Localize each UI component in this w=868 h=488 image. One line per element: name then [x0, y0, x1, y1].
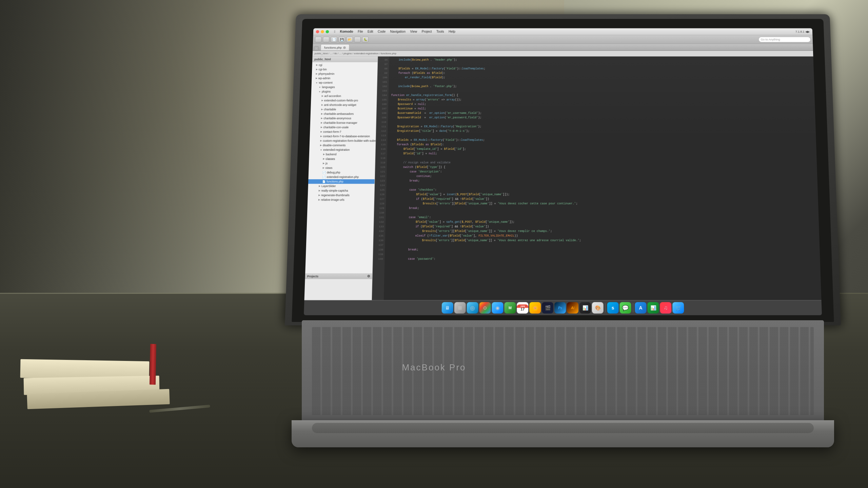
macbook-pro-label: MacBook Pro — [402, 362, 466, 373]
projects-settings-icon[interactable]: ⚙ — [367, 274, 370, 278]
code-line: continue; — [389, 174, 815, 179]
tree-item-cgi[interactable]: cgi — [312, 63, 377, 67]
toolbar-back[interactable]: ◀ — [315, 37, 322, 42]
screen-bezel:  Komodo File Edit Code Navigation View … — [292, 19, 834, 322]
tree-item-js[interactable]: js — [309, 161, 375, 165]
projects-panel: Projects ⚙ — [304, 273, 372, 300]
dock-illustrator-icon[interactable]: Ai — [567, 302, 578, 313]
dock-finder-icon[interactable]: 🖥 — [442, 302, 453, 313]
menu-help[interactable]: Help — [447, 30, 457, 33]
dock-imessage-icon[interactable]: 💬 — [619, 302, 631, 313]
tree-item-charitable-anon[interactable]: charitable-anonymous — [310, 116, 376, 121]
tree-item-extended-reg[interactable]: extended-registration — [309, 147, 375, 152]
tree-item-languages[interactable]: languages — [311, 85, 377, 89]
code-line: elseif (!filter_var($field['value'], FIL… — [388, 233, 817, 238]
menu-edit[interactable]: Edit — [366, 30, 375, 33]
dock-itunes-icon[interactable]: ♫ — [660, 302, 671, 313]
tree-item-ecf[interactable]: extended-custom-fields-pro — [311, 98, 377, 103]
code-line: $field['template_id'] = $field['id']; — [390, 147, 814, 151]
close-button[interactable] — [316, 30, 319, 33]
toolbar-new[interactable]: 📄 — [331, 37, 337, 42]
code-line: include($view_path . 'footer.php'); — [391, 84, 812, 89]
dock-imovie-icon[interactable]: 🎬 — [542, 302, 553, 313]
tree-item-layerslider[interactable]: LayerSlider — [308, 184, 375, 188]
laptop-keyboard — [302, 320, 824, 422]
tree-item-relative[interactable]: relative-image-urls — [308, 198, 374, 202]
dock-maps-icon[interactable]: M — [504, 302, 516, 313]
go-to-anything-search[interactable]: Go to Anything — [758, 37, 811, 42]
code-line: $fields = ER_Model::factory('Field')::lo… — [392, 66, 811, 71]
active-tab[interactable]: functions.php — [320, 44, 349, 51]
tree-item-ext-reg-php[interactable]: 📄extended-registration.php — [308, 175, 375, 179]
tree-item-custom-reg[interactable]: custom-registration-form-builder-with-su… — [310, 139, 376, 143]
tree-item-phpmyadmin[interactable]: phpmyadmin — [312, 72, 377, 76]
toolbar-open[interactable]: 📂 — [346, 37, 353, 42]
menu-apple[interactable]:  — [332, 30, 337, 33]
tree-item-cf7[interactable]: contact-form-7 — [310, 129, 376, 134]
menu-view[interactable]: View — [408, 30, 419, 33]
new-tab-button[interactable]: + — [314, 46, 319, 50]
code-line: function er_handle_registration_form() { — [391, 93, 812, 98]
tree-item-cgibin[interactable]: cgi-bin — [312, 67, 377, 72]
dock-iphoto-icon[interactable]: 🌼 — [529, 302, 541, 313]
toolbar-run[interactable]: ▶ — [354, 37, 361, 42]
dock-appstore-icon[interactable]: A — [635, 302, 646, 313]
tree-item-wpadmin[interactable]: wp-admin — [312, 76, 377, 80]
code-line: $field['value'] = safe_get($_POST, $fiel… — [388, 220, 816, 225]
code-content[interactable]: include($view_path . 'header.php'); $fie… — [384, 57, 822, 300]
menu-bar:  Komodo File Edit Code Navigation View … — [313, 28, 813, 35]
tree-item-cf7db[interactable]: contact-form-7-to-database-extension — [310, 134, 376, 139]
tree-item-classes[interactable]: classes — [309, 157, 375, 161]
traffic-lights — [316, 30, 329, 33]
toolbar-save[interactable]: 💾 — [338, 37, 345, 42]
menu-tools[interactable]: Tools — [434, 30, 446, 33]
dock-safari-icon[interactable]: ◎ — [467, 302, 478, 313]
dock-colorpicker-icon[interactable]: 🎨 — [592, 302, 604, 313]
dock-calendar-icon[interactable]: JAN17 — [517, 302, 528, 313]
tree-item-charitable-amb[interactable]: charitable-ambassadors — [311, 111, 376, 116]
menu-komodo[interactable]: Komodo — [338, 30, 355, 33]
dock-numbers-icon[interactable]: 📊 — [647, 302, 659, 313]
breadcrumb-bar: public_html / ... / lib / ... / plugins … — [313, 51, 813, 57]
tree-item-charitable-lic[interactable]: charitable-license-manager — [310, 121, 376, 125]
tree-item-anti[interactable]: anti-shortcode-any-widget — [311, 103, 377, 107]
minimize-button[interactable] — [321, 30, 324, 33]
dock-photoshop-icon[interactable]: Ps — [554, 302, 566, 313]
code-line — [391, 89, 812, 93]
dock-istatmenus-icon[interactable]: 📊 — [579, 302, 591, 313]
code-line: $usernameField = er_option('er_username_… — [391, 111, 812, 115]
tab-close-button[interactable] — [343, 46, 346, 49]
tree-item-regen[interactable]: regenerate-thumbnails — [308, 193, 374, 197]
macos-dock: 🖥 ⊞ ◎ ⊙ ◉ M JAN17 🌼 🎬 Ps Ai 📊 🎨 — [304, 300, 822, 316]
tree-item-disable[interactable]: disable-comments — [310, 143, 376, 147]
tree-item-views[interactable]: views — [309, 166, 375, 170]
dock-appstore2-icon[interactable]: 🛒 — [672, 302, 684, 313]
tree-item-functions[interactable]: 📄functions.php — [308, 179, 375, 184]
dock-chrome-icon[interactable]: ⊙ — [479, 302, 491, 313]
tree-item-plugins[interactable]: plugins — [311, 89, 377, 94]
file-tree-content[interactable]: cgi cgi-bin phpmyadmin wp-admin wp-conte… — [305, 62, 377, 273]
dock-launchpad-icon[interactable]: ⊞ — [454, 302, 466, 313]
menu-file[interactable]: File — [356, 30, 365, 33]
code-line: $results['errors'][$field['unique_name']… — [388, 238, 817, 243]
toolbar-debug[interactable]: 🐛 — [362, 37, 369, 42]
dock-safari2-icon[interactable]: ◉ — [492, 302, 503, 313]
tree-item-backend[interactable]: backend — [309, 152, 375, 157]
tree-item-captcha[interactable]: really-simple-captcha — [308, 188, 374, 193]
dock-skype-icon[interactable]: s — [607, 302, 619, 313]
toolbar-forward[interactable]: ▶ — [323, 37, 330, 42]
file-tree-title: public_html — [314, 58, 331, 61]
code-line: include($view_path . 'header.php'); — [392, 58, 811, 62]
menu-code[interactable]: Code — [376, 30, 388, 33]
tree-item-debug[interactable]: 📄debug.php — [309, 170, 375, 175]
menu-navigation[interactable]: Navigation — [388, 30, 408, 33]
menu-project[interactable]: Project — [420, 30, 434, 33]
code-line: case 'description': — [389, 169, 814, 174]
tree-item-wpcontent[interactable]: wp-content — [312, 80, 377, 85]
tree-item-charitable[interactable]: charitable — [311, 107, 376, 111]
tree-item-acf[interactable]: acf-accordion — [311, 94, 376, 98]
fullscreen-button[interactable] — [326, 30, 329, 33]
projects-header: Projects ⚙ — [305, 274, 372, 279]
tree-item-charitable-con[interactable]: charitable-con-usale — [310, 125, 376, 129]
code-line: // Assign value and validate — [390, 160, 814, 165]
